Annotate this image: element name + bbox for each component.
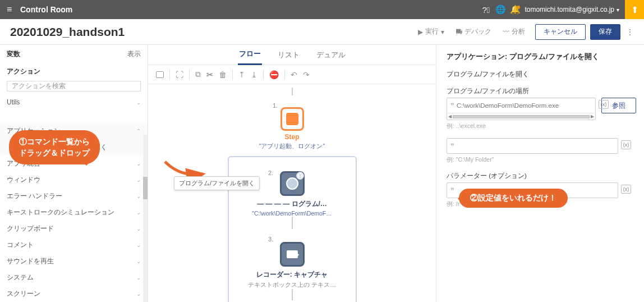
- menu-icon[interactable]: ≡: [7, 4, 16, 15]
- node3-description: テキストボックス上の テキス…: [232, 281, 352, 289]
- sidebar-item-error-handler[interactable]: エラー ハンドラー⌄: [0, 188, 148, 204]
- start-in-input[interactable]: ❞ (x): [447, 138, 618, 154]
- variable-tag-icon[interactable]: (x): [621, 185, 631, 194]
- properties-panel: アプリケーション: プログラム/ファイルを開く プログラム/ファイルを開く プロ…: [436, 45, 644, 302]
- sidebar-item-system[interactable]: システム⌄: [0, 269, 148, 286]
- field1-hint: 例: ..\excel.exe: [447, 122, 634, 130]
- view-tabs: フロー リスト デュアル: [148, 45, 436, 65]
- paste-below-icon[interactable]: ⤓: [251, 70, 257, 79]
- tab-list[interactable]: リスト: [277, 45, 301, 65]
- node2-title: — — — — ログラム/…: [232, 199, 352, 209]
- variable-tag-icon[interactable]: (x): [621, 140, 631, 149]
- action-search[interactable]: アクションを検索: [7, 81, 141, 91]
- sidebar-item-clipboard[interactable]: クリップボード⌄: [0, 221, 148, 237]
- chevron-down-icon: ⌄: [136, 99, 141, 106]
- sidebar-item-screen[interactable]: スクリーン⌄: [0, 286, 148, 302]
- sidebar-item-window[interactable]: ウィンドウ⌄: [0, 172, 148, 188]
- flow-node-open-program[interactable]: ⋮: [280, 171, 305, 196]
- snap-icon[interactable]: ⛶: [176, 70, 183, 79]
- program-path-input[interactable]: ❞ C:\work\DemoForm\DemoForm.exe ◀▶ (x): [447, 98, 596, 120]
- disable-icon[interactable]: ⛔: [269, 70, 279, 79]
- quote-icon: ❞: [450, 102, 454, 110]
- upgrade-icon[interactable]: ⬆: [625, 0, 644, 19]
- more-icon[interactable]: ⋮: [626, 28, 634, 36]
- delete-icon[interactable]: 🗑: [219, 70, 227, 79]
- help-icon[interactable]: ?⃝: [479, 5, 493, 15]
- step-description: "アプリ起動、ログオン": [219, 142, 365, 150]
- variable-tag-icon[interactable]: (x): [599, 100, 609, 109]
- quote-icon: ❞: [450, 186, 454, 195]
- search-placeholder: アクションを検索: [12, 81, 66, 91]
- subheader: 20201029_handson1 ▶ 実行 ▾ ⛟ デバック 〰 分析 キャン…: [0, 19, 644, 45]
- properties-title: アプリケーション: プログラム/ファイルを開く: [447, 52, 634, 62]
- variables-show[interactable]: 表示: [127, 49, 141, 59]
- node-number-1: 1.: [273, 102, 278, 109]
- field-label-path: プログラム/ファイルの場所: [447, 87, 634, 95]
- node-number-3: 3.: [268, 236, 273, 242]
- left-scrollbar[interactable]: [143, 135, 148, 302]
- notification-icon[interactable]: 🔔: [508, 4, 522, 15]
- tab-dual[interactable]: デュアル: [315, 45, 347, 65]
- variables-header: 変数: [7, 49, 20, 59]
- debug-button[interactable]: ⛟ デバック: [456, 27, 491, 36]
- properties-section: プログラム/ファイルを開く: [447, 70, 634, 79]
- globe-icon[interactable]: 🌐: [493, 4, 508, 15]
- quote-icon: ❞: [450, 142, 454, 150]
- flow-canvas[interactable]: 1. Step "アプリ起動、ログオン" 2. ⋮ — — — — ログラム/……: [148, 84, 436, 302]
- copy-icon[interactable]: ⧉: [195, 70, 201, 79]
- program-path-value: C:\work\DemoForm\DemoForm.exe: [457, 102, 559, 109]
- analyze-button[interactable]: 〰 分析: [503, 27, 525, 36]
- flow-node-recorder-1[interactable]: [280, 242, 305, 267]
- sidebar-item-keystroke[interactable]: キーストロークのシミュレーション⌄: [0, 204, 148, 221]
- record-icon[interactable]: [156, 71, 164, 78]
- input-scrollbar[interactable]: ◀▶: [447, 113, 595, 120]
- node-menu-icon[interactable]: ⋮: [296, 172, 304, 180]
- redo-icon[interactable]: ↷: [303, 70, 310, 79]
- field-label-params: パラメーター (オプション): [447, 172, 634, 180]
- drag-tooltip: プログラム/ファイルを開く: [174, 176, 260, 190]
- callout-1: ①コマンド一覧から ドラッグ＆ドロップ: [9, 130, 100, 164]
- undo-icon[interactable]: ↶: [291, 70, 297, 79]
- actions-header: アクション: [0, 63, 148, 79]
- node2-path: "C:\work\DemoForm\DemoF…: [232, 210, 352, 217]
- program-icon: [286, 177, 298, 190]
- callout-2: ②設定値をいれるだけ！: [459, 189, 568, 208]
- cancel-button[interactable]: キャンセル: [535, 24, 586, 40]
- save-button[interactable]: 保存: [590, 24, 620, 40]
- toolbar: ⛶ ⧉ ✂ 🗑 ⤒ ⤓ ⛔ ↶ ↷: [148, 65, 436, 84]
- step-label: Step: [219, 133, 365, 141]
- camera-icon: [287, 250, 298, 258]
- node3-title: レコーダー: キャプチャ: [232, 270, 352, 280]
- tab-flow[interactable]: フロー: [238, 44, 262, 65]
- node-number-2: 2.: [268, 170, 273, 176]
- user-chevron-icon[interactable]: ▾: [617, 7, 619, 13]
- cut-icon[interactable]: ✂: [206, 70, 213, 79]
- sidebar-item-utils[interactable]: Utils⌄: [0, 95, 148, 109]
- left-panel: 変数 表示 アクション アクションを検索 Utils⌄ アプリケーション⌃ プロ…: [0, 45, 148, 302]
- field2-hint: 例: "C:\My Folder": [447, 156, 634, 164]
- run-button[interactable]: ▶ 実行 ▾: [418, 27, 444, 36]
- topbar: ≡ Control Room ?⃝ 🌐 🔔 tomomichi.tomita@g…: [0, 0, 644, 19]
- sidebar-item-comment[interactable]: コメント⌄: [0, 237, 148, 253]
- paste-above-icon[interactable]: ⤒: [238, 70, 245, 79]
- bot-title: 20201029_handson1: [10, 25, 412, 39]
- app-title: Control Room: [20, 5, 479, 14]
- user-email[interactable]: tomomichi.tomita@gigxit.co.jp: [525, 6, 614, 13]
- sidebar-item-play-sound[interactable]: サウンドを再生⌄: [0, 253, 148, 269]
- flow-node-step[interactable]: [280, 107, 304, 131]
- chevron-up-icon: ⌃: [136, 128, 141, 134]
